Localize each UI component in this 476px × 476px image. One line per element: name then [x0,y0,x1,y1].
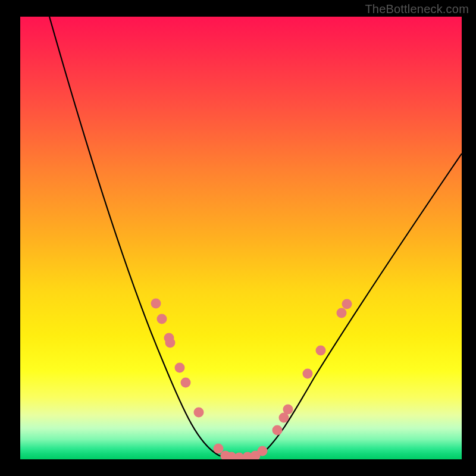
chart-container: TheBottleneck.com [0,0,476,476]
data-dot [258,446,268,456]
data-dot [316,346,326,356]
right-curve [243,154,462,458]
data-dot [175,363,185,373]
data-dot [214,444,224,454]
curve-svg [20,17,462,459]
data-dot [151,299,161,309]
data-dot [157,314,167,324]
watermark-text: TheBottleneck.com [365,2,469,16]
data-dot [273,425,283,436]
plot-area [20,17,462,459]
left-curve [49,17,237,458]
data-dot [181,378,191,388]
data-dot [342,299,352,309]
data-dot [194,408,204,418]
data-dot [165,338,176,348]
data-dot [303,369,313,379]
data-dot [283,405,293,415]
data-dot [337,308,347,318]
